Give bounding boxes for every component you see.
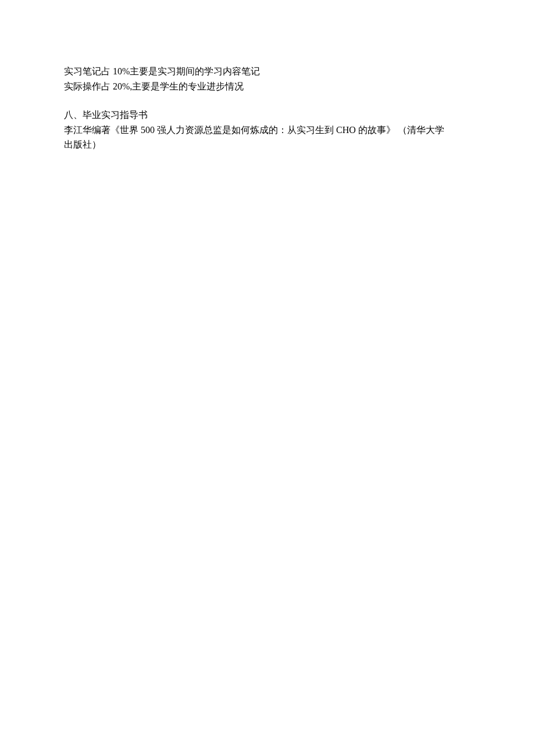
notes-percentage-line: 实习笔记占 10%主要是实习期间的学习内容笔记 (64, 64, 471, 79)
reference-book-line2: 出版社） (64, 137, 471, 152)
practice-percentage-line: 实际操作占 20%,主要是学生的专业进步情况 (64, 79, 471, 94)
section-heading-eight: 八、毕业实习指导书 (64, 108, 471, 123)
reference-book-line1: 李江华编著《世界 500 强人力资源总监是如何炼成的：从实习生到 CHO 的故事… (64, 123, 471, 138)
